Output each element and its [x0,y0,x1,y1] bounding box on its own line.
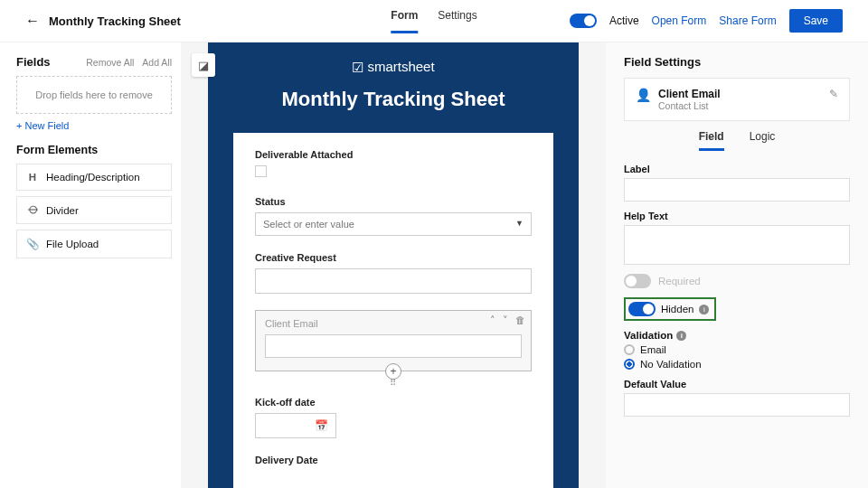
info-icon[interactable]: i [699,305,709,314]
field-delivery-date[interactable]: Delivery Date [255,455,532,465]
radio-icon[interactable] [624,344,635,355]
element-heading-description[interactable]: H Heading/Description [16,164,172,191]
label-input[interactable] [624,178,850,202]
creative-request-input[interactable] [255,268,532,294]
validation-none-label: No Validation [640,359,702,370]
share-form-link[interactable]: Share Form [719,14,776,27]
selected-field-box: 👤 Client Email Contact List ✎ [624,78,850,121]
divider-icon: ⦵ [26,204,39,216]
center-panel: ◪ ☑smartsheet Monthly Tracking Sheet Del… [181,42,606,488]
active-label: Active [609,14,639,27]
left-panel: Fields Remove All Add All Drop fields he… [0,42,181,488]
field-deliverable-attached[interactable]: Deliverable Attached [255,149,532,180]
subtab-logic[interactable]: Logic [750,130,776,151]
hidden-highlight: Hidden i [624,297,716,321]
attachment-icon: 📎 [26,238,39,250]
help-text-input[interactable] [624,225,850,265]
theme-button[interactable]: ◪ [192,53,215,77]
delete-icon[interactable]: 🗑 [515,314,525,326]
required-label: Required [658,276,701,286]
edit-pencil-icon[interactable]: ✎ [829,88,838,100]
validation-none-row[interactable]: No Validation [624,359,850,370]
checkbox-icon[interactable] [255,165,267,177]
element-label: File Upload [46,239,99,249]
field-label: Delivery Date [255,455,532,465]
brand-mark-icon: ☑ [352,60,363,76]
form-preview: ☑smartsheet Monthly Tracking Sheet Deliv… [208,42,579,488]
status-select[interactable]: Select or enter value ▼ [255,212,532,236]
save-button[interactable]: Save [789,9,843,33]
field-label: Creative Request [255,252,532,263]
client-email-input[interactable] [265,334,522,358]
validation-email-label: Email [640,344,666,355]
new-field-link[interactable]: + New Field [16,120,69,131]
required-row: Required [624,274,850,288]
select-placeholder: Select or enter value [263,219,354,230]
field-label: Deliverable Attached [255,149,532,160]
heading-icon: H [26,172,39,183]
element-file-upload[interactable]: 📎 File Upload [16,230,172,258]
subtab-field[interactable]: Field [699,130,724,151]
field-kickoff-date[interactable]: Kick-off date 📅 [255,397,532,438]
field-label: Status [255,196,532,207]
hidden-toggle[interactable] [628,302,656,316]
field-status[interactable]: Status Select or enter value ▼ [255,196,532,236]
validation-email-row[interactable]: Email [624,344,850,355]
remove-all-link[interactable]: Remove All [86,57,134,68]
selected-field-type: Contact List [658,100,721,111]
label-label: Label [624,164,850,174]
back-arrow-icon[interactable]: ← [25,13,40,29]
tab-settings[interactable]: Settings [438,9,476,33]
selected-field-name: Client Email [658,88,721,100]
tab-form[interactable]: Form [391,9,418,33]
hidden-row: Hidden i [624,297,850,321]
add-all-link[interactable]: Add All [142,57,172,68]
open-form-link[interactable]: Open Form [652,14,707,27]
element-divider[interactable]: ⦵ Divider [16,196,172,224]
fields-heading: Fields [16,55,51,69]
caret-down-icon: ▼ [515,219,524,228]
field-settings-heading: Field Settings [624,55,850,69]
field-creative-request[interactable]: Creative Request [255,252,532,294]
brand-text: smartsheet [367,59,434,74]
top-right-actions: Active Open Form Share Form Save [570,9,843,33]
settings-subtabs: Field Logic [624,130,850,151]
required-toggle[interactable] [624,274,651,288]
hidden-label: Hidden [661,304,693,314]
info-icon[interactable]: i [676,331,686,341]
form-title: Monthly Tracking Sheet [208,82,579,133]
element-label: Heading/Description [46,172,140,183]
form-body: Deliverable Attached Status Select or en… [233,133,553,488]
person-icon: 👤 [636,88,651,102]
active-toggle[interactable] [570,14,597,28]
main-columns: Fields Remove All Add All Drop fields he… [0,42,868,488]
radio-selected-icon[interactable] [624,359,635,370]
validation-label: Validation [624,330,673,341]
main-tabs: Form Settings [391,9,476,33]
field-label: Client Email [265,318,522,329]
validation-heading: Validation i [624,330,850,341]
move-down-icon[interactable]: ˅ [503,314,508,326]
add-field-button[interactable]: + [385,363,401,380]
calendar-icon: 📅 [315,419,328,432]
field-label: Kick-off date [255,397,532,408]
move-up-icon[interactable]: ˄ [490,314,495,326]
default-value-input[interactable] [624,393,850,417]
field-client-email-selected[interactable]: ˄ ˅ 🗑 Client Email + ⠿ [255,310,532,388]
default-value-label: Default Value [624,379,850,389]
top-bar: ← Monthly Tracking Sheet Form Settings A… [0,0,868,42]
right-panel: Field Settings 👤 Client Email Contact Li… [606,42,868,488]
element-label: Divider [46,205,79,216]
brand-logo: ☑smartsheet [208,42,579,82]
fields-dropzone[interactable]: Drop fields here to remove [16,76,172,114]
palette-icon: ◪ [198,59,209,72]
kickoff-date-input[interactable]: 📅 [255,413,336,438]
help-text-label: Help Text [624,211,850,221]
document-title: Monthly Tracking Sheet [49,14,181,28]
form-elements-heading: Form Elements [16,144,172,156]
